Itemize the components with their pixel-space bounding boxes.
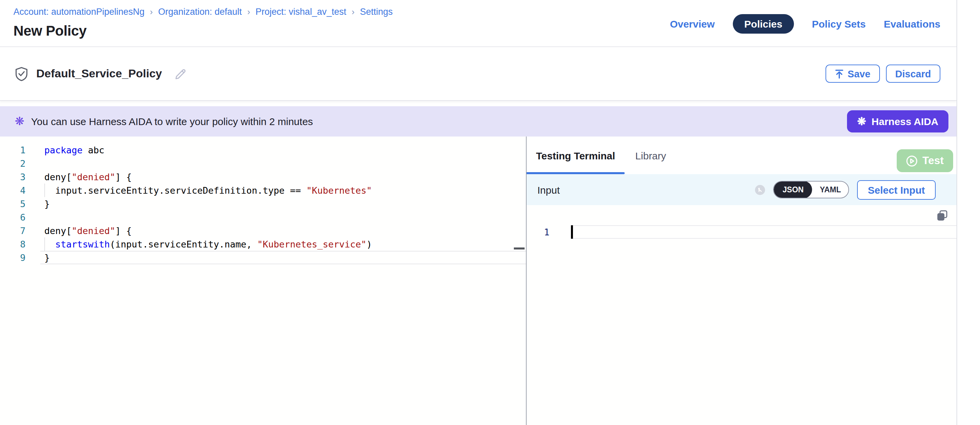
code-line[interactable] <box>45 211 372 224</box>
testing-terminal-panel: Testing Terminal Library Test Input <box>527 136 956 425</box>
copy-icon[interactable] <box>936 210 948 222</box>
current-line-highlight <box>40 251 526 264</box>
input-editor-line-number: 1 <box>527 225 571 239</box>
tab-testing-terminal[interactable]: Testing Terminal <box>536 150 615 161</box>
format-option-yaml[interactable]: YAML <box>812 182 848 198</box>
tab-evaluations[interactable]: Evaluations <box>884 18 940 29</box>
edit-policy-pencil-icon[interactable] <box>174 67 187 80</box>
line-number[interactable]: 3 <box>0 170 25 184</box>
code-line[interactable]: input.serviceEntity.serviceDefinition.ty… <box>45 184 372 197</box>
code-line[interactable] <box>45 157 372 170</box>
tab-library[interactable]: Library <box>635 150 666 161</box>
code-line[interactable]: deny["denied"] { <box>45 170 372 184</box>
breadcrumb: Account: automationPipelinesNg › Organiz… <box>13 7 393 17</box>
page-title: New Policy <box>13 23 87 39</box>
breadcrumb-settings[interactable]: Settings <box>360 7 393 17</box>
test-button-label: Test <box>923 155 944 167</box>
module-nav-tabs: Overview Policies Policy Sets Evaluation… <box>670 0 940 47</box>
play-icon <box>907 155 918 166</box>
line-number[interactable]: 7 <box>0 224 25 237</box>
line-number[interactable]: 1 <box>0 143 25 157</box>
line-number[interactable]: 6 <box>0 211 25 224</box>
save-button-label: Save <box>848 68 870 79</box>
upload-icon <box>835 69 844 78</box>
breadcrumb-organization[interactable]: Organization: default <box>158 7 242 17</box>
aida-banner-message: You can use Harness AIDA to write your p… <box>31 116 313 127</box>
input-editor[interactable]: 1 <box>527 205 956 425</box>
text-caret <box>571 225 573 239</box>
tab-policy-sets[interactable]: Policy Sets <box>812 18 866 29</box>
git-branch-icon[interactable] <box>755 185 765 195</box>
editor-content[interactable]: package abc deny["denied"] { input.servi… <box>45 143 372 264</box>
input-section-header: Input JSON YAML <box>527 174 956 205</box>
line-number[interactable]: 4 <box>0 184 25 197</box>
editor-gutter[interactable]: 123456789 <box>0 143 40 264</box>
code-line[interactable]: deny["denied"] { <box>45 224 372 237</box>
format-option-json[interactable]: JSON <box>774 181 812 198</box>
aida-banner: ❋ You can use Harness AIDA to write your… <box>0 106 956 136</box>
policy-toolbar: Default_Service_Policy <box>0 47 956 101</box>
app-viewport: Account: automationPipelinesNg › Organiz… <box>0 0 980 425</box>
breadcrumb-separator: › <box>352 7 355 17</box>
breadcrumb-project[interactable]: Project: vishal_av_test <box>256 7 346 17</box>
test-button[interactable]: Test <box>897 149 953 172</box>
page-scrollbar-gutter[interactable] <box>956 0 980 425</box>
line-number[interactable]: 5 <box>0 197 25 211</box>
breadcrumb-separator: › <box>247 7 250 17</box>
format-toggle: JSON YAML <box>773 181 849 198</box>
page-header: Account: automationPipelinesNg › Organiz… <box>0 0 956 47</box>
save-button[interactable]: Save <box>826 65 880 83</box>
terminal-tabs: Testing Terminal Library <box>527 136 956 174</box>
code-line[interactable]: startswith(input.serviceEntity.name, "Ku… <box>45 237 372 251</box>
aida-button-label: Harness AIDA <box>872 116 939 127</box>
indent-guide <box>45 237 45 251</box>
discard-button-label: Discard <box>896 68 931 79</box>
line-number[interactable]: 9 <box>0 251 25 264</box>
code-line[interactable]: package abc <box>45 143 372 157</box>
main-split: 123456789 package abc deny["denied"] { i… <box>0 136 956 425</box>
line-number[interactable]: 8 <box>0 237 25 251</box>
policy-shield-icon <box>15 67 28 81</box>
breadcrumb-account[interactable]: Account: automationPipelinesNg <box>13 7 145 17</box>
policy-code-editor[interactable]: 123456789 package abc deny["denied"] { i… <box>0 136 526 425</box>
policy-name: Default_Service_Policy <box>36 67 162 81</box>
discard-button[interactable]: Discard <box>886 65 940 83</box>
tab-overview[interactable]: Overview <box>670 18 715 29</box>
indent-guide <box>45 184 45 197</box>
aida-flower-icon: ❋ <box>15 116 24 127</box>
harness-aida-button[interactable]: ❋ Harness AIDA <box>847 110 948 133</box>
select-input-button[interactable]: Select Input <box>857 180 935 200</box>
code-line[interactable]: } <box>45 197 372 211</box>
input-section-title: Input <box>537 184 560 195</box>
line-number[interactable]: 2 <box>0 157 25 170</box>
breadcrumb-separator: › <box>150 7 153 17</box>
aida-button-flower-icon: ❋ <box>857 116 866 127</box>
overview-ruler-cursor-marker <box>514 248 525 249</box>
tab-policies[interactable]: Policies <box>733 14 794 33</box>
input-current-line-highlight <box>571 225 956 239</box>
